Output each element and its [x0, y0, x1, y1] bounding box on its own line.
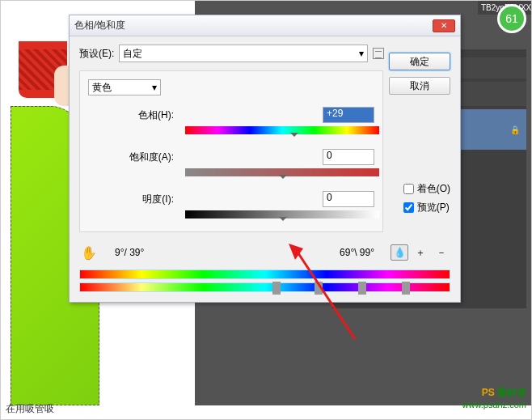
preset-options-icon[interactable]: [373, 48, 384, 59]
range-marker[interactable]: [272, 282, 281, 295]
channel-value: 黄色: [92, 81, 112, 95]
preview-option[interactable]: 预览(P): [403, 201, 450, 214]
watermark-url: www.psahz.com: [462, 400, 526, 409]
colorize-label: 着色(O): [417, 182, 450, 196]
channel-select[interactable]: 黄色 ▾: [88, 79, 161, 95]
slider-thumb-icon[interactable]: [279, 175, 287, 183]
hue-row: 色相(H): +29: [88, 107, 374, 123]
chevron-down-icon: ▾: [152, 82, 157, 93]
eyedropper-tools: 💧 ＋ －: [391, 244, 450, 261]
range-marker[interactable]: [358, 282, 366, 295]
saturation-label: 饱和度(A):: [88, 151, 177, 164]
hue-label: 色相(H):: [88, 108, 177, 122]
cancel-button[interactable]: 取消: [389, 77, 450, 95]
preset-label: 预设(E):: [79, 47, 114, 61]
hue-slider[interactable]: [185, 126, 379, 138]
dialog-titlebar[interactable]: 色相/饱和度 ✕: [70, 15, 460, 36]
eyedropper-minus-icon[interactable]: －: [433, 244, 450, 261]
badge-circle: 61: [497, 4, 526, 33]
close-icon[interactable]: ✕: [433, 19, 455, 32]
colorize-option[interactable]: 着色(O): [403, 182, 450, 196]
eyedropper-plus-icon[interactable]: ＋: [412, 244, 429, 261]
dialog-side-buttons: 确定 取消: [389, 53, 450, 95]
lightness-input[interactable]: 0: [323, 191, 374, 207]
lock-icon: 🔒: [510, 125, 520, 134]
color-ramp-result[interactable]: [79, 282, 450, 292]
hue-saturation-dialog: 色相/饱和度 ✕ 确定 取消 预设(E): 自定 ▾ 黄色 ▾ 色: [69, 15, 461, 303]
colorize-checkbox[interactable]: [403, 184, 414, 194]
watermark-brand: PS 爱好者: [462, 381, 526, 400]
preview-checkbox[interactable]: [403, 202, 414, 213]
slider-thumb-icon[interactable]: [290, 133, 298, 141]
options-checkboxes: 着色(O) 预览(P): [403, 182, 450, 214]
chevron-down-icon: ▾: [359, 48, 364, 59]
slider-thumb-icon[interactable]: [279, 217, 287, 225]
caption-text: 在用吸管吸: [6, 402, 54, 416]
range-marker[interactable]: [315, 282, 323, 295]
scrubby-hand-icon[interactable]: ✋: [79, 244, 99, 261]
saturation-slider[interactable]: [185, 168, 379, 180]
color-ramp-source: [79, 269, 450, 279]
watermark: PS 爱好者 www.psahz.com: [462, 381, 526, 409]
color-ramp-group: [79, 269, 450, 292]
range-left: 9°/ 39°: [115, 247, 144, 258]
dialog-title: 色相/饱和度: [74, 19, 125, 32]
saturation-row: 饱和度(A): 0: [88, 149, 374, 165]
hue-input[interactable]: +29: [323, 107, 374, 123]
range-right: 69°\ 99°: [340, 247, 374, 258]
preview-label: 预览(P): [417, 201, 450, 214]
lightness-slider[interactable]: [185, 210, 379, 222]
lightness-row: 明度(I): 0: [88, 191, 374, 207]
ok-button[interactable]: 确定: [389, 53, 450, 70]
tools-row: ✋ 9°/ 39° 69°\ 99° 💧 ＋ －: [79, 244, 450, 261]
range-marker[interactable]: [402, 282, 410, 295]
lightness-label: 明度(I):: [88, 193, 177, 206]
range-readout: 9°/ 39° 69°\ 99°: [107, 247, 382, 258]
dialog-body: 确定 取消 预设(E): 自定 ▾ 黄色 ▾ 色相(H): +29: [70, 36, 460, 302]
adjust-group: 黄色 ▾ 色相(H): +29 饱和度(A): 0 明度(I): 0: [79, 70, 383, 232]
preset-select[interactable]: 自定 ▾: [119, 45, 368, 62]
preset-value: 自定: [123, 47, 142, 61]
saturation-input[interactable]: 0: [323, 149, 374, 165]
eyedropper-icon[interactable]: 💧: [391, 244, 408, 261]
